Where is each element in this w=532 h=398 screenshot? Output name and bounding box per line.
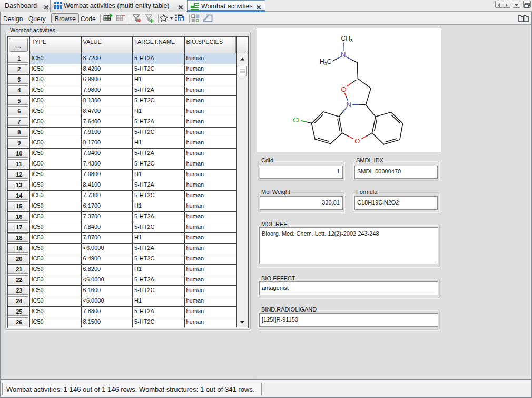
svg-text:H3C: H3C bbox=[320, 58, 332, 66]
svg-text:O: O bbox=[354, 137, 360, 145]
svg-text:O: O bbox=[341, 85, 347, 93]
svg-text:N: N bbox=[341, 51, 346, 59]
svg-text:N: N bbox=[347, 101, 351, 109]
svg-text:CH3: CH3 bbox=[341, 35, 353, 43]
svg-text:Cl: Cl bbox=[293, 116, 299, 124]
